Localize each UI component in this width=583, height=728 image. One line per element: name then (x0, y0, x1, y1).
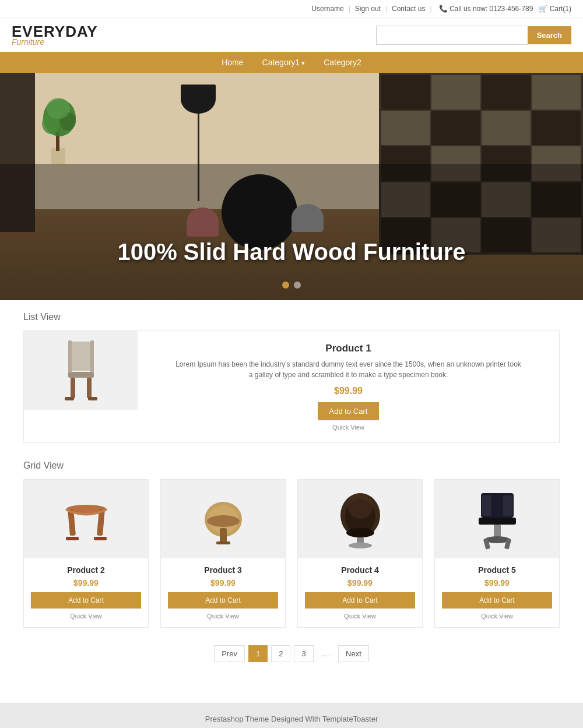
grid-product-info-3: Product 5 $99.99 Add to Cart Quick View (435, 558, 559, 627)
hero-text: 100% Slid Hard Wood Furniture (0, 239, 583, 265)
grid-product-name-0: Product 2 (31, 565, 141, 575)
grid-container: Product 2 $99.99 Add to Cart Quick View (23, 479, 560, 628)
grid-product-image-0 (24, 480, 148, 558)
grid-product-price-0: $99.99 (31, 578, 141, 588)
list-product-price: $99.99 (334, 386, 363, 396)
grid-add-cart-button-1[interactable]: Add to Cart (168, 592, 278, 609)
bonsai-decoration (35, 96, 82, 166)
logo-sub: Furniture (12, 38, 98, 46)
grid-view-title: Grid View (23, 460, 560, 471)
svg-rect-7 (68, 372, 94, 378)
list-view-item: Product 1 Lorem Ipsum has been the indus… (23, 330, 560, 443)
list-view-title: List View (23, 312, 560, 322)
cart-link[interactable]: 🛒 Cart(1) (539, 5, 571, 13)
svg-rect-6 (69, 342, 93, 371)
search-input[interactable] (376, 26, 528, 45)
pagination-ellipsis: .... (317, 646, 335, 662)
pagination-page-1[interactable]: 1 (248, 645, 268, 662)
search-button[interactable]: Search (528, 26, 571, 44)
svg-rect-22 (220, 528, 227, 543)
hero-dot-2[interactable] (294, 282, 301, 289)
footer: Prestashop Theme Designed With TemplateT… (0, 703, 583, 728)
grid-add-cart-button-3[interactable]: Add to Cart (442, 592, 552, 609)
grid-item-3: Product 5 $99.99 Add to Cart Quick View (434, 479, 560, 628)
list-product-image (24, 331, 138, 410)
grid-product-image-3 (435, 480, 559, 558)
grid-add-cart-button-0[interactable]: Add to Cart (31, 592, 141, 609)
phone-icon: 📞 (439, 5, 449, 13)
svg-rect-12 (65, 397, 74, 400)
grid-product-price-3: $99.99 (442, 578, 552, 588)
hero-dot-1[interactable] (282, 282, 289, 289)
nav-item-category2[interactable]: Category2 (324, 58, 361, 67)
grid-item-1: Product 3 $99.99 Add to Cart Quick View (160, 479, 286, 628)
footer-text: Prestashop Theme Designed With TemplateT… (205, 715, 378, 723)
list-product-info: Product 1 Lorem Ipsum has been the indus… (138, 331, 559, 442)
pagination-page-3[interactable]: 3 (294, 645, 313, 662)
pagination-prev[interactable]: Prev (214, 645, 245, 662)
phone-number: 📞 Call us now: 0123-456-789 (439, 5, 533, 13)
grid-quick-view-0[interactable]: Quick View (70, 613, 102, 620)
svg-rect-32 (482, 495, 491, 516)
pagination: Prev 1 2 3 .... Next (23, 645, 560, 662)
search-form: Search (376, 26, 571, 45)
cart-icon: 🛒 (539, 5, 549, 13)
grid-view-section: Grid View Product 2 $99.99 (23, 460, 560, 628)
grid-product-price-1: $99.99 (168, 578, 278, 588)
signout-link[interactable]: Sign out (355, 5, 381, 13)
grid-item-2: Product 4 $99.99 Add to Cart Quick View (297, 479, 423, 628)
svg-point-28 (349, 543, 372, 548)
svg-point-21 (207, 515, 240, 527)
svg-rect-33 (503, 495, 512, 516)
top-bar: Username | Sign out | Contact us | 📞 Cal… (0, 0, 583, 18)
grid-product-info-1: Product 3 $99.99 Add to Cart Quick View (161, 558, 285, 627)
pagination-page-2[interactable]: 2 (271, 645, 290, 662)
svg-rect-23 (216, 541, 230, 544)
navigation: Home Category1 Category2 (0, 52, 583, 73)
hero-dots (282, 282, 301, 289)
grid-product-info-0: Product 2 $99.99 Add to Cart Quick View (24, 558, 148, 627)
svg-rect-11 (90, 340, 94, 372)
svg-point-5 (47, 98, 70, 119)
grid-item-0: Product 2 $99.99 Add to Cart Quick View (23, 479, 149, 628)
list-quick-view-link[interactable]: Quick View (332, 424, 364, 431)
grid-quick-view-1[interactable]: Quick View (207, 613, 239, 620)
pagination-next[interactable]: Next (338, 645, 369, 662)
grid-quick-view-3[interactable]: Quick View (481, 613, 513, 620)
main-content: List View Product 1 Lorem Ipsum has been… (12, 300, 571, 691)
grid-quick-view-2[interactable]: Quick View (344, 613, 376, 620)
grid-add-cart-button-2[interactable]: Add to Cart (305, 592, 415, 609)
svg-point-29 (347, 493, 373, 519)
list-view-section: List View Product 1 Lorem Ipsum has been… (23, 312, 560, 443)
chair-svg-1 (46, 336, 116, 406)
hero-banner: 100% Slid Hard Wood Furniture (0, 73, 583, 300)
svg-point-26 (346, 528, 374, 537)
logo[interactable]: EVERYDAY Furniture (12, 24, 98, 46)
svg-rect-13 (88, 397, 97, 400)
list-product-desc: Lorem Ipsum has been the industry's stan… (174, 359, 524, 380)
header: EVERYDAY Furniture Search (0, 18, 583, 52)
list-add-to-cart-button[interactable]: Add to Cart (318, 402, 380, 420)
nav-item-category1[interactable]: Category1 (262, 58, 305, 67)
grid-product-name-2: Product 4 (305, 565, 415, 575)
username-link[interactable]: Username (311, 5, 343, 13)
contact-link[interactable]: Contact us (392, 5, 425, 13)
grid-product-info-2: Product 4 $99.99 Add to Cart Quick View (298, 558, 422, 627)
grid-product-image-2 (298, 480, 422, 558)
nav-item-home[interactable]: Home (222, 58, 243, 67)
svg-rect-17 (66, 537, 79, 540)
hero-overlay (0, 164, 583, 300)
svg-rect-10 (68, 340, 72, 372)
grid-product-price-2: $99.99 (305, 578, 415, 588)
grid-product-name-1: Product 3 (168, 565, 278, 575)
svg-rect-34 (494, 525, 501, 537)
grid-product-name-3: Product 5 (442, 565, 552, 575)
svg-rect-31 (479, 518, 516, 525)
svg-rect-8 (71, 378, 75, 398)
svg-rect-9 (87, 378, 92, 398)
svg-rect-18 (94, 537, 107, 540)
grid-product-image-1 (161, 480, 285, 558)
list-product-name: Product 1 (325, 343, 371, 354)
